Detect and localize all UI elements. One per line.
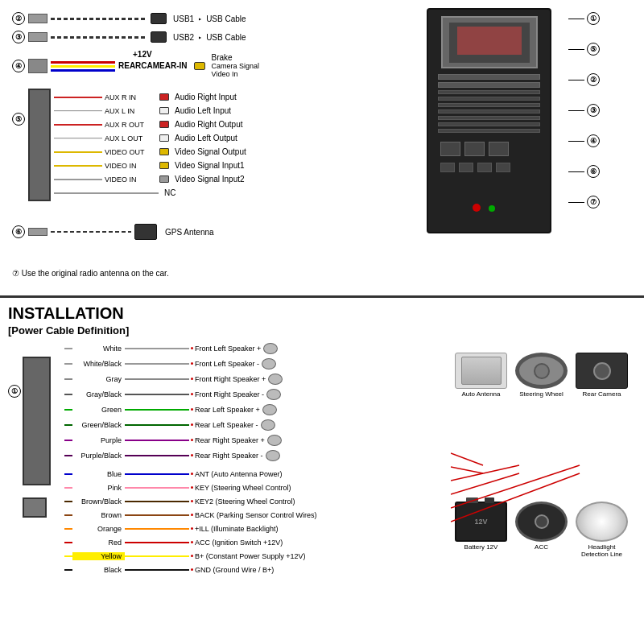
wire-pink-label: Pink xyxy=(72,484,125,492)
brake-labels: Brake Camera Signal Video In xyxy=(212,53,260,78)
audio-left-input: Audio Left Input xyxy=(175,106,231,115)
wire-white-label: White xyxy=(72,345,125,353)
right-unit-diagram: ① ⑤ ② ③ ④ xyxy=(362,8,620,282)
unit-label-3: ③ xyxy=(568,104,600,117)
rca-gray xyxy=(159,175,169,183)
screen-content xyxy=(457,27,522,55)
battery-text: 12V xyxy=(474,518,487,526)
rearcam-label: REARCAMEAR-IN xyxy=(118,61,188,70)
unit-label-5: ⑤ xyxy=(568,43,600,56)
video-in1-line xyxy=(54,165,102,167)
circle-6-left: ⑥ xyxy=(12,225,25,238)
slot-1 xyxy=(438,74,540,80)
aux-l-in-line xyxy=(54,110,102,112)
steering-wheel-device: Steering Wheel xyxy=(515,353,568,398)
rca-white-2 xyxy=(159,134,169,142)
usb2-label1: USB2 xyxy=(173,33,194,42)
left-connectors: ② USB1 ▶ USB Cable ③ USB2 ▶ USB Cable xyxy=(8,8,354,282)
orange-line xyxy=(125,528,189,530)
slot-6 xyxy=(438,109,540,114)
unit-chassis xyxy=(427,8,551,233)
wire-red-desc: ACC (Ignition Switch +12V) xyxy=(195,539,283,547)
blue-wire xyxy=(51,69,115,72)
nc-line xyxy=(54,192,159,194)
red-line xyxy=(125,542,189,543)
headlight-label: Headlight Detection Line xyxy=(576,543,628,558)
power-conn-area: ① xyxy=(8,341,64,638)
wire-brown-label: Brown xyxy=(72,511,125,519)
acc-label: ACC xyxy=(515,543,568,551)
wire-purple-label: Purple xyxy=(72,436,125,444)
svg-line-0 xyxy=(451,453,483,465)
gb-line xyxy=(125,394,189,395)
wire-pb-desc: Rear Right Speaker - xyxy=(195,452,263,460)
unit-label-4: ④ xyxy=(568,134,600,147)
diagram-area: ② USB1 ▶ USB Cable ③ USB2 ▶ USB Cable xyxy=(8,8,636,290)
device-thumbnails: Auto Antenna Steering Wheel Rear Camera xyxy=(451,341,636,638)
usb1-plug xyxy=(151,13,167,24)
wire-wb-desc: Front Left Speaker - xyxy=(195,360,259,368)
aux-connector-block xyxy=(28,89,51,201)
circle-1: ① xyxy=(587,12,600,25)
battery-img: 12V xyxy=(455,502,507,542)
speaker-plug-5 xyxy=(262,404,277,415)
rca-yellow-2 xyxy=(159,162,169,169)
video-out-line xyxy=(54,151,102,153)
aux-r-in-row: AUX R IN Audio Right Input xyxy=(54,93,237,101)
camera-signal: Camera Signal xyxy=(212,62,260,70)
svg-line-2 xyxy=(451,465,519,481)
wire-black-label: Black xyxy=(72,566,125,574)
rca-white-1 xyxy=(159,107,169,114)
circle-7-right: ⑦ xyxy=(587,196,600,208)
wire-white-black: White/Black Front Left Speaker - xyxy=(64,356,451,371)
unit-green-dot xyxy=(489,205,495,212)
slot-5 xyxy=(438,103,540,107)
unit-controls xyxy=(428,138,550,159)
camera-lens xyxy=(593,362,611,380)
usb2-label2: USB Cable xyxy=(206,33,246,42)
slot-2 xyxy=(438,82,540,88)
aux-block: ⑤ AUX R IN Audio Right Input AUX L IN xyxy=(12,89,344,201)
usb2-cable xyxy=(51,36,147,39)
svg-line-1 xyxy=(451,467,483,473)
speaker-plug-8 xyxy=(266,450,280,461)
blue-line xyxy=(125,473,189,475)
auto-antenna-device: Auto Antenna xyxy=(455,353,507,398)
circle-3-right: ③ xyxy=(587,104,600,117)
wire-green-black: Green/Black Rear Left Speaker - xyxy=(64,417,451,432)
wire-brb-desc: KEY2 (Steering Wheel Control) xyxy=(195,497,295,506)
circle-4-right: ④ xyxy=(587,134,600,147)
gps-cable xyxy=(51,231,131,233)
acc-img xyxy=(515,502,568,542)
nc-label: NC xyxy=(164,188,175,197)
aux-l-in-label: AUX L IN xyxy=(105,107,157,115)
aux-l-out-label: AUX L OUT xyxy=(105,134,157,142)
audio-left-output: Audio Left Output xyxy=(175,134,237,142)
video-signal-input1: Video Signal Input1 xyxy=(175,161,245,170)
unit-red-dot xyxy=(473,204,481,212)
antenna-visual xyxy=(461,357,502,385)
speaker-plug-4 xyxy=(266,389,281,400)
wire-yellow-desc: B+ (Constant Power Supply +12V) xyxy=(195,552,306,560)
control-3 xyxy=(489,142,509,156)
usb2-plug xyxy=(151,31,167,43)
brown-line xyxy=(125,514,189,516)
wire-red-label: Red xyxy=(72,539,125,547)
video-in1-row: VIDEO IN Video Signal Input1 xyxy=(54,161,245,170)
circle-4: ④ xyxy=(12,60,25,72)
purple-line xyxy=(125,440,189,441)
connector-diagram-section: ② USB1 ▶ USB Cable ③ USB2 ▶ USB Cable xyxy=(0,0,644,298)
rear-camera-img xyxy=(576,353,628,389)
wire-gray-black: Gray/Black Front Right Speaker - xyxy=(64,386,451,402)
aux-l-in-row: AUX L IN Audio Left Input xyxy=(54,106,231,115)
rear-camera-device: Rear Camera xyxy=(576,353,628,398)
unit-label-2: ② xyxy=(568,73,600,86)
wire-pink: Pink KEY (Steering Wheel Control) xyxy=(64,481,451,494)
wire-pb-label: Purple/Black xyxy=(72,452,125,460)
wire-white-desc: Front Left Speaker + xyxy=(195,345,261,353)
wire-gb-desc: Front Right Speaker - xyxy=(195,390,264,398)
speaker-plug-6 xyxy=(261,419,275,431)
control-2 xyxy=(464,142,485,156)
wire-orange: Orange +ILL (Illuminate Backlight) xyxy=(64,522,451,535)
steering-hub xyxy=(534,363,550,379)
